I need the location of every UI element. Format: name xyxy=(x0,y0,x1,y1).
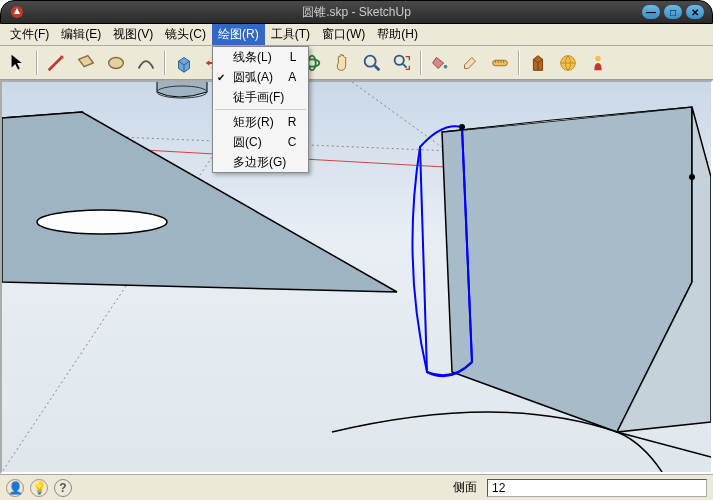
toolbar-separator xyxy=(36,51,38,75)
menu-item-label: 圆弧(A) xyxy=(233,69,273,86)
menu-view[interactable]: 视图(V) xyxy=(107,24,159,45)
check-icon: ✔ xyxy=(217,72,225,83)
menu-item-shortcut: L xyxy=(276,50,297,64)
svg-rect-7 xyxy=(493,60,508,66)
circle-tool[interactable] xyxy=(102,49,130,77)
window-title: 圆锥.skp - SketchUp xyxy=(302,4,411,21)
menu-separator xyxy=(215,109,306,110)
status-bulb-icon[interactable]: 💡 xyxy=(30,479,48,497)
menu-camera[interactable]: 镜头(C) xyxy=(159,24,212,45)
menu-file[interactable]: 文件(F) xyxy=(4,24,55,45)
menu-item-rectangle[interactable]: 矩形(R) R xyxy=(213,112,308,132)
menu-item-line[interactable]: 线条(L) L xyxy=(213,47,308,67)
measurements-input[interactable] xyxy=(487,479,707,497)
svg-point-6 xyxy=(444,64,448,68)
minimize-button[interactable]: — xyxy=(642,5,660,19)
svg-point-15 xyxy=(37,210,167,234)
window-controls: — □ ✕ xyxy=(642,5,704,19)
menu-item-polygon[interactable]: 多边形(G) xyxy=(213,152,308,172)
titlebar: 圆锥.skp - SketchUp — □ ✕ xyxy=(0,0,713,24)
status-help-icon[interactable]: ? xyxy=(54,479,72,497)
svg-point-17 xyxy=(689,174,695,180)
arc-tool[interactable] xyxy=(132,49,160,77)
warehouse-tool[interactable] xyxy=(554,49,582,77)
select-tool[interactable] xyxy=(4,49,32,77)
zoom-tool[interactable] xyxy=(358,49,386,77)
menu-item-label: 线条(L) xyxy=(233,49,272,66)
toolbar xyxy=(0,46,713,80)
eraser-tool[interactable] xyxy=(456,49,484,77)
component-tool[interactable] xyxy=(524,49,552,77)
zoom-extents-tool[interactable] xyxy=(388,49,416,77)
menu-window[interactable]: 窗口(W) xyxy=(316,24,371,45)
svg-point-16 xyxy=(459,124,465,130)
push-pull-tool[interactable] xyxy=(170,49,198,77)
svg-point-5 xyxy=(395,55,404,64)
statusbar: 👤 💡 ? 侧面 xyxy=(0,474,713,500)
tape-measure-tool[interactable] xyxy=(486,49,514,77)
toolbar-separator xyxy=(164,51,166,75)
menu-draw[interactable]: 绘图(R) xyxy=(212,24,265,45)
maximize-button[interactable]: □ xyxy=(664,5,682,19)
svg-point-1 xyxy=(109,57,124,68)
person-tool[interactable] xyxy=(584,49,612,77)
toolbar-separator xyxy=(420,51,422,75)
pan-tool[interactable] xyxy=(328,49,356,77)
paint-bucket-tool[interactable] xyxy=(426,49,454,77)
menu-help[interactable]: 帮助(H) xyxy=(371,24,424,45)
menu-item-shortcut: C xyxy=(274,135,297,149)
app-icon xyxy=(9,4,25,20)
menu-item-circle[interactable]: 圆(C) C xyxy=(213,132,308,152)
menu-edit[interactable]: 编辑(E) xyxy=(55,24,107,45)
viewport[interactable] xyxy=(0,80,713,474)
menu-item-label: 圆(C) xyxy=(233,134,262,151)
menu-item-label: 多边形(G) xyxy=(233,154,286,171)
close-button[interactable]: ✕ xyxy=(686,5,704,19)
menu-tools[interactable]: 工具(T) xyxy=(265,24,316,45)
rectangle-tool[interactable] xyxy=(72,49,100,77)
toolbar-separator xyxy=(518,51,520,75)
menu-item-shortcut: R xyxy=(274,115,297,129)
svg-point-3 xyxy=(308,55,315,70)
menu-item-label: 徒手画(F) xyxy=(233,89,284,106)
menu-item-freehand[interactable]: 徒手画(F) xyxy=(213,87,308,107)
line-tool[interactable] xyxy=(42,49,70,77)
svg-point-4 xyxy=(365,55,376,66)
menu-item-shortcut: A xyxy=(274,70,296,84)
status-person-icon[interactable]: 👤 xyxy=(6,479,24,497)
menubar: 文件(F) 编辑(E) 视图(V) 镜头(C) 绘图(R) 工具(T) 窗口(W… xyxy=(0,24,713,46)
status-label: 侧面 xyxy=(453,479,481,496)
draw-menu-dropdown: 线条(L) L ✔ 圆弧(A) A 徒手画(F) 矩形(R) R 圆(C) C … xyxy=(212,46,309,173)
svg-point-9 xyxy=(595,55,601,61)
menu-item-arc[interactable]: ✔ 圆弧(A) A xyxy=(213,67,308,87)
menu-item-label: 矩形(R) xyxy=(233,114,274,131)
